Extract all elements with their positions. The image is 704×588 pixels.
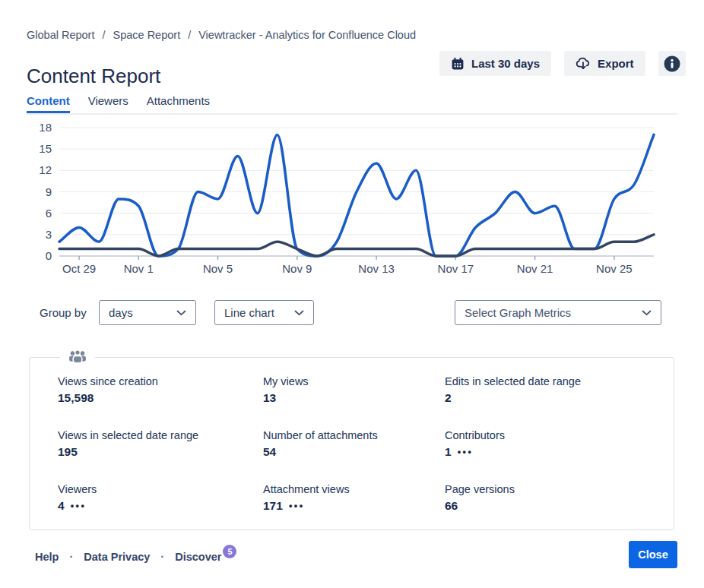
svg-text:Nov 9: Nov 9 bbox=[282, 262, 312, 275]
stat-value: 4 bbox=[58, 499, 65, 513]
page-title: Content Report bbox=[27, 65, 160, 88]
footer-separator: · bbox=[160, 551, 164, 563]
graph-metrics-select[interactable]: Select Graph Metrics bbox=[455, 300, 661, 325]
chevron-down-icon bbox=[642, 310, 652, 316]
svg-text:Nov 13: Nov 13 bbox=[358, 262, 395, 275]
breadcrumb: Global Report / Space Report / Viewtrack… bbox=[27, 29, 416, 41]
stat-value: 1 bbox=[445, 445, 452, 459]
svg-text:Nov 25: Nov 25 bbox=[596, 262, 633, 275]
people-group-icon bbox=[60, 349, 95, 365]
breadcrumb-space-report[interactable]: Space Report bbox=[113, 29, 181, 41]
tab-bar: Content Viewers Attachments bbox=[27, 94, 210, 113]
svg-text:18: 18 bbox=[39, 121, 52, 134]
export-label: Export bbox=[598, 57, 634, 70]
svg-text:Nov 5: Nov 5 bbox=[203, 262, 233, 275]
svg-text:12: 12 bbox=[39, 163, 52, 176]
more-dots-button[interactable]: ••• bbox=[458, 447, 474, 457]
discover-label: Discover bbox=[175, 551, 221, 563]
stat-number-of-attachments: Number of attachments 54 bbox=[263, 429, 445, 459]
svg-text:Nov 21: Nov 21 bbox=[517, 262, 553, 275]
stat-value: 54 bbox=[263, 445, 276, 459]
stat-label: Edits in selected date range bbox=[445, 375, 666, 387]
breadcrumb-separator: / bbox=[102, 29, 105, 41]
date-range-label: Last 30 days bbox=[471, 57, 540, 70]
breadcrumb-global-report[interactable]: Global Report bbox=[27, 29, 94, 41]
stat-value: 66 bbox=[445, 499, 458, 513]
calendar-icon bbox=[451, 57, 465, 71]
more-dots-button[interactable]: ••• bbox=[71, 501, 87, 511]
chevron-down-icon bbox=[176, 310, 186, 316]
stat-viewers: Viewers 4 ••• bbox=[58, 483, 263, 513]
stat-value: 195 bbox=[58, 445, 78, 459]
stats-panel: Views since creation 15,598 My views 13 … bbox=[29, 357, 674, 530]
svg-text:6: 6 bbox=[46, 207, 52, 220]
svg-text:9: 9 bbox=[46, 185, 52, 198]
chart-type-select[interactable]: Line chart bbox=[214, 300, 314, 325]
discover-link[interactable]: Discover 5 bbox=[175, 551, 235, 563]
stats-grid: Views since creation 15,598 My views 13 … bbox=[30, 358, 674, 513]
info-button[interactable] bbox=[658, 51, 686, 76]
stat-value: 171 bbox=[263, 499, 283, 513]
stat-contributors: Contributors 1 ••• bbox=[445, 429, 666, 459]
stat-label: Number of attachments bbox=[263, 429, 445, 441]
tab-attachments[interactable]: Attachments bbox=[147, 94, 210, 113]
line-chart: 0369121518Oct 29Nov 1Nov 5Nov 9Nov 13Nov… bbox=[0, 120, 704, 287]
stat-label: Attachment views bbox=[263, 483, 445, 495]
breadcrumb-current-page: Viewtracker - Analytics for Confluence C… bbox=[198, 29, 416, 41]
stat-my-views: My views 13 bbox=[263, 375, 445, 405]
svg-text:0: 0 bbox=[46, 249, 52, 262]
toolbar: Last 30 days Export bbox=[439, 51, 686, 76]
stat-label: Views since creation bbox=[58, 375, 263, 387]
svg-text:Oct 29: Oct 29 bbox=[62, 262, 96, 275]
export-button[interactable]: Export bbox=[564, 51, 645, 76]
more-dots-button[interactable]: ••• bbox=[289, 501, 305, 511]
date-range-button[interactable]: Last 30 days bbox=[439, 51, 551, 76]
stat-value: 2 bbox=[445, 391, 452, 405]
footer-separator: · bbox=[69, 551, 73, 563]
svg-text:3: 3 bbox=[46, 228, 52, 241]
tab-viewers[interactable]: Viewers bbox=[88, 94, 128, 113]
stat-value: 13 bbox=[263, 391, 276, 405]
notification-badge: 5 bbox=[223, 545, 236, 558]
stat-views-since-creation: Views since creation 15,598 bbox=[58, 375, 263, 405]
footer-links: Help · Data Privacy · Discover 5 bbox=[35, 551, 235, 563]
stat-page-versions: Page versions 66 bbox=[445, 483, 666, 513]
stat-edits-in-range: Edits in selected date range 2 bbox=[445, 375, 666, 405]
svg-text:15: 15 bbox=[39, 142, 52, 155]
stat-views-in-range: Views in selected date range 195 bbox=[58, 429, 263, 459]
stat-label: Viewers bbox=[58, 483, 263, 495]
stat-label: Views in selected date range bbox=[58, 429, 263, 441]
stat-attachment-views: Attachment views 171 ••• bbox=[263, 483, 445, 513]
group-by-select[interactable]: days bbox=[99, 300, 196, 325]
close-button[interactable]: Close bbox=[629, 541, 677, 568]
graph-metrics-placeholder: Select Graph Metrics bbox=[465, 306, 571, 319]
stat-label: My views bbox=[263, 375, 445, 387]
svg-text:Nov 1: Nov 1 bbox=[124, 262, 154, 275]
group-by-value: days bbox=[109, 306, 133, 319]
data-privacy-link[interactable]: Data Privacy bbox=[84, 551, 150, 563]
info-icon bbox=[664, 55, 680, 72]
help-link[interactable]: Help bbox=[35, 551, 59, 563]
stat-label: Contributors bbox=[445, 429, 666, 441]
tab-content[interactable]: Content bbox=[27, 94, 70, 113]
tabs-divider bbox=[27, 113, 677, 115]
chart-type-value: Line chart bbox=[224, 306, 274, 319]
group-by-label: Group by bbox=[40, 306, 87, 319]
cloud-download-icon bbox=[576, 57, 591, 70]
breadcrumb-separator: / bbox=[188, 29, 191, 41]
svg-text:Nov 17: Nov 17 bbox=[438, 262, 474, 275]
stat-value: 15,598 bbox=[58, 391, 94, 405]
chevron-down-icon bbox=[294, 310, 304, 316]
stat-label: Page versions bbox=[445, 483, 666, 495]
